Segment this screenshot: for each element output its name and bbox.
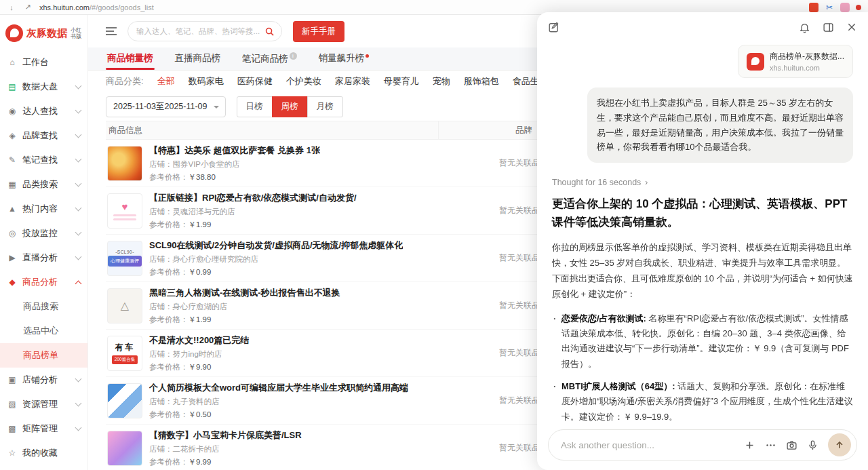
close-icon[interactable] (846, 22, 857, 33)
bell-icon[interactable] (799, 22, 810, 33)
category-search-icon: ▦ (7, 180, 18, 189)
more-options-icon[interactable] (765, 439, 776, 451)
sidebar-item-label: 投放监控 (22, 227, 58, 239)
camera-extension-icon[interactable] (840, 3, 850, 12)
chevron-up-icon (75, 280, 82, 287)
sidebar-item-category-search[interactable]: ▦品类搜索 (0, 172, 87, 197)
category-beauty[interactable]: 个护美妆 (286, 75, 321, 87)
shop-label: 店铺： (149, 397, 173, 406)
send-button[interactable] (828, 433, 851, 456)
sidebar-subitem-product-search[interactable]: 商品搜索 (0, 294, 87, 319)
search-input[interactable] (136, 27, 260, 35)
search-icon[interactable] (264, 26, 275, 37)
category-home[interactable]: 家居家装 (335, 75, 370, 87)
daily-rank-button[interactable]: 日榜 (237, 96, 273, 117)
tab-live-product-ranking[interactable]: 直播商品榜 (174, 47, 222, 70)
sidebar-item-workbench[interactable]: ⌂工作台 (0, 50, 87, 75)
table-row[interactable]: △ 黑暗三角人格测试-在线测试-秒出报告售出不退换 店铺：身心疗愈湖的店 参考价… (106, 282, 609, 330)
monthly-rank-button[interactable]: 月榜 (307, 96, 343, 117)
sidebar-item-shop-analysis[interactable]: ▣店铺分析 (0, 368, 87, 392)
answer-heading: 更适合你上架的 10 个虚拟品：心理测试、英语模板、PPT 课件等低决策高销量款… (552, 195, 853, 231)
table-row[interactable]: ♥ 【正版链接】RPI恋爱占有欲/依恋模式测试/自动发货/ 店铺：灵魂沼泽与元的… (106, 187, 609, 235)
table-row[interactable]: -SCL90-心理健康测评 SCL90在线测试/2分钟自动发货/虚拟商品/无物流… (106, 235, 609, 282)
chevron-down-icon (75, 400, 82, 407)
download-icon[interactable]: ↓ (7, 3, 16, 12)
camera-icon[interactable] (786, 439, 797, 451)
sidebar-item-label: 笔记查找 (22, 154, 58, 166)
sidebar-item-label: 热门内容 (22, 203, 58, 215)
sidebar-subitem-selection-center[interactable]: 选品中心 (0, 319, 87, 343)
table-row[interactable]: 有车200篇合集 不是清水文!!200篇已完结 店铺：努力ing时的店 参考价格… (106, 330, 609, 377)
sidebar-item-label: 达人查找 (22, 105, 58, 117)
sidebar-item-label: 直播分析 (22, 252, 58, 264)
scissors-icon[interactable]: ✂ (825, 3, 834, 12)
sidebar-toggle-icon[interactable] (823, 22, 834, 33)
shop-name: 囤券VIP小食堂的店 (173, 160, 240, 168)
category-pet[interactable]: 宠物 (433, 75, 450, 87)
tab-product-sales-ranking[interactable]: 商品销量榜 (106, 47, 155, 70)
sidebar-subitem-label: 选品中心 (23, 325, 58, 337)
price-label: 参考价格： (149, 315, 189, 324)
attach-plus-icon[interactable] (744, 439, 755, 451)
sidebar-item-resource-manage[interactable]: ▧资源管理 (0, 392, 87, 416)
sidebar-item-brand-search[interactable]: ◈品牌查找 (0, 123, 87, 148)
sidebar-item-label: 数据大盘 (22, 81, 58, 93)
sidebar-subitem-product-ranking[interactable]: 商品榜单 (0, 343, 87, 368)
category-health[interactable]: 医药保健 (237, 75, 273, 87)
price-value: ￥0.99 (189, 268, 212, 276)
thumb-text: 200篇合集 (112, 355, 138, 364)
price-value: ￥1.99 (189, 315, 212, 324)
extension-red-icon[interactable] (809, 3, 818, 12)
product-title: 个人简历模板大全word可编辑应届大学生毕业生求职简约通用高端 (149, 382, 408, 394)
thought-toggle[interactable]: Thought for 16 seconds › (552, 178, 853, 187)
note-search-icon: ✎ (7, 155, 18, 165)
price-label: 参考价格： (149, 268, 189, 276)
new-chat-icon[interactable] (548, 21, 560, 33)
app-logo[interactable]: 灰豚数据 小红书版 (0, 15, 87, 50)
collapse-sidebar-icon[interactable] (106, 27, 117, 35)
ask-input[interactable] (561, 440, 734, 450)
sidebar-item-hot-content[interactable]: ▲热门内容 (0, 197, 87, 221)
price-value: ￥1.99 (189, 220, 212, 229)
table-row[interactable]: 个人简历模板大全word可编辑应届大学生毕业生求职简约通用高端 店铺：丸子资料的… (106, 377, 609, 425)
sidebar-item-ad-monitor[interactable]: ◎投放监控 (0, 221, 87, 246)
sidebar-item-dashboard[interactable]: ▤数据大盘 (0, 75, 87, 99)
url-bar[interactable]: xhs.huitun.com/#/goods/goods_list (39, 3, 154, 12)
global-search[interactable] (127, 21, 282, 41)
table-row[interactable]: 【猜数字】小马宝莉卡片保底美普/LSR 店铺：二花拆卡的店 参考价格：￥9.99… (106, 425, 609, 470)
sidebar-item-note-search[interactable]: ✎笔记查找 (0, 148, 87, 172)
sidebar-item-influencer-search[interactable]: ◉达人查找 (0, 99, 87, 123)
category-baby[interactable]: 母婴育儿 (384, 75, 419, 87)
sidebar-nav: ⌂工作台 ▤数据大盘 ◉达人查找 ◈品牌查找 ✎笔记查找 ▦品类搜索 ▲热门内容… (0, 50, 87, 465)
sidebar-item-favorites[interactable]: ☆我的收藏 (0, 441, 87, 465)
tab-note-product-ranking[interactable]: 笔记商品榜i (241, 47, 298, 71)
newbie-manual-button[interactable]: 新手手册 (293, 21, 344, 42)
weekly-rank-button[interactable]: 周榜 (272, 96, 308, 117)
ask-input-container[interactable] (548, 429, 857, 461)
sidebar-item-live-analysis[interactable]: ▶直播分析 (0, 246, 87, 270)
ad-monitor-icon: ◎ (7, 229, 18, 238)
tab-label: 笔记商品榜 (242, 53, 288, 63)
shop-name: 二花拆卡的店 (173, 445, 220, 453)
table-header: 商品信息 品牌 (106, 121, 609, 140)
product-thumbnail: 有车200篇合集 (107, 336, 142, 371)
product-title: 不是清水文!!200篇已完结 (149, 334, 249, 347)
product-thumbnail: △ (107, 288, 142, 324)
chevron-right-icon: › (645, 178, 648, 187)
page-context-card[interactable]: 商品榜单-灰豚数据... xhs.huitun.com (738, 45, 853, 78)
category-all[interactable]: 全部 (157, 75, 175, 87)
new-dot-icon (366, 54, 369, 58)
assistant-footer (537, 423, 868, 470)
tab-sales-surge-ranking[interactable]: 销量飙升榜 (317, 47, 371, 70)
sidebar-item-matrix-manage[interactable]: ▩矩阵管理 (0, 416, 87, 441)
date-range-select[interactable]: 2025-11-03至2025-11-09 (106, 96, 226, 117)
share-icon[interactable]: ↗ (23, 3, 33, 12)
answer-intro: 你拉的周榜显示低客单价的虚拟测试、学习资料、模板类在近期卖得稳且出单快，女性 2… (552, 239, 853, 302)
table-row[interactable]: 【特惠】达美乐 超值双比萨套餐 兑换券 1张 店铺：囤券VIP小食堂的店 参考价… (106, 140, 609, 187)
category-digital[interactable]: 数码家电 (189, 75, 224, 87)
mic-icon[interactable] (807, 439, 818, 451)
shop-label: 店铺： (149, 445, 173, 453)
category-fashion[interactable]: 服饰箱包 (464, 75, 499, 87)
sidebar-item-product-analysis[interactable]: ◆商品分析 (0, 270, 87, 294)
shop-label: 店铺： (149, 160, 173, 168)
